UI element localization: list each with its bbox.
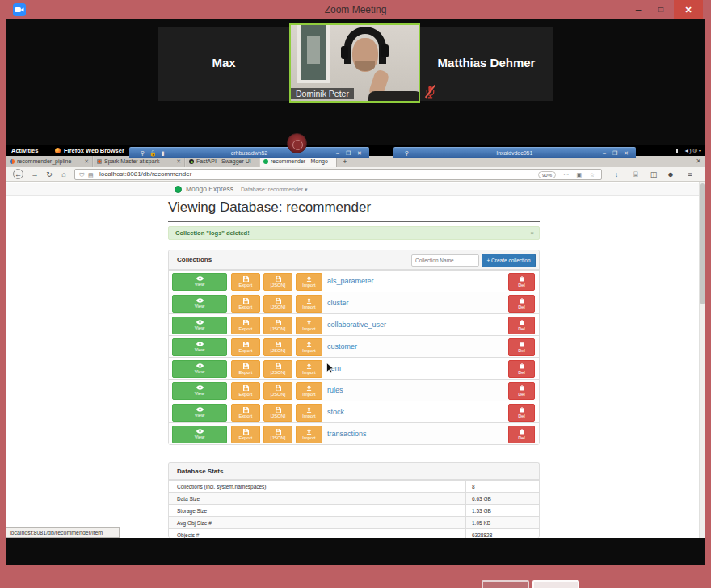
firefox-app-menu[interactable]: Firefox Web Browser xyxy=(64,145,124,156)
window-close-icon[interactable]: ✕ xyxy=(696,156,701,167)
delete-button[interactable]: Del xyxy=(508,360,535,378)
export-button[interactable]: Export xyxy=(231,317,260,334)
import-button[interactable]: Import xyxy=(296,382,322,400)
export-json-button[interactable]: [JSON] xyxy=(263,404,292,422)
export-button[interactable]: Export xyxy=(231,295,260,313)
view-button[interactable]: View xyxy=(172,295,227,313)
mongo-express-logo-icon xyxy=(175,186,182,193)
shield-icon[interactable]: 🛡 xyxy=(79,171,85,178)
url-text[interactable]: localhost:8081/db/recommender xyxy=(99,170,191,179)
export-button[interactable]: Export xyxy=(231,338,260,356)
system-tray[interactable]: ◄) ⏼ ▾ xyxy=(675,145,701,156)
background-window-lnxaidvdoc051[interactable]: ⚲ lnxaidvdoc051 – ❐ ✕ xyxy=(393,147,636,158)
floppy-icon xyxy=(243,320,249,326)
downloads-icon[interactable]: ↓ xyxy=(611,169,622,180)
back-button[interactable]: ← xyxy=(13,169,23,179)
export-button[interactable]: Export xyxy=(231,426,260,443)
home-button[interactable]: ⌂ xyxy=(58,169,69,180)
page-info-icon[interactable]: ▤ xyxy=(88,171,94,178)
delete-button[interactable]: Del xyxy=(508,426,535,443)
view-button[interactable]: View xyxy=(172,426,227,443)
export-json-button[interactable]: [JSON] xyxy=(263,295,292,313)
export-button[interactable]: Export xyxy=(231,382,260,400)
export-button[interactable]: Export xyxy=(231,273,260,291)
account-icon[interactable]: ☻ xyxy=(665,169,676,180)
delete-button[interactable]: Del xyxy=(508,273,535,291)
create-collection-button[interactable]: + Create collection xyxy=(482,254,536,267)
zoom-level-badge[interactable]: 90% xyxy=(538,171,556,178)
collection-link[interactable]: als_parameter xyxy=(327,271,374,292)
import-button[interactable]: Import xyxy=(296,404,322,422)
sidebar-icon[interactable]: ◫ xyxy=(648,169,659,180)
delete-button[interactable]: Del xyxy=(508,317,535,334)
import-button[interactable]: Import xyxy=(296,360,322,378)
export-button[interactable]: Export xyxy=(231,404,260,422)
view-button[interactable]: View xyxy=(172,338,227,356)
pocket-icon[interactable]: ▣ xyxy=(576,171,582,178)
participant-tile-matthias[interactable]: Matthias Dehmer xyxy=(420,27,553,101)
zoom-bottom-control-button[interactable] xyxy=(482,580,529,588)
library-icon[interactable]: ⌸ xyxy=(630,169,642,180)
view-button[interactable]: View xyxy=(172,382,227,400)
collections-panel: Collections + Create collection View Exp… xyxy=(168,250,540,445)
page-actions-icon[interactable]: ⋯ xyxy=(563,171,569,178)
page-content: Mongo Express Database: recommender ▾ Vi… xyxy=(6,182,705,538)
delete-button[interactable]: Del xyxy=(508,295,535,313)
collection-link[interactable]: customer xyxy=(327,336,357,358)
collection-name-input[interactable] xyxy=(411,254,479,267)
view-button[interactable]: View xyxy=(172,273,227,291)
export-button[interactable]: Export xyxy=(231,360,260,378)
database-dropdown[interactable]: Database: recommender ▾ xyxy=(241,183,308,196)
url-bar[interactable]: 🛡 ▤ localhost:8081/db/recommender 90% ⋯ … xyxy=(74,169,602,180)
delete-button[interactable]: Del xyxy=(508,382,535,400)
trash-icon xyxy=(520,276,524,282)
participant-tile-max[interactable]: Max xyxy=(158,27,290,101)
maximize-button[interactable]: □ xyxy=(650,0,672,19)
export-json-button[interactable]: [JSON] xyxy=(263,273,292,291)
brand-link[interactable]: Mongo Express xyxy=(186,183,233,196)
stat-value: 6.63 GB xyxy=(465,493,539,505)
collection-link[interactable]: rules xyxy=(327,380,343,401)
activities-button[interactable]: Activities xyxy=(11,145,38,156)
delete-button[interactable]: Del xyxy=(508,338,535,356)
window-controls[interactable]: – ❐ ✕ xyxy=(603,148,631,159)
view-button[interactable]: View xyxy=(172,360,227,378)
volume-icon: ◄) xyxy=(684,148,691,153)
import-button[interactable]: Import xyxy=(296,338,322,356)
reload-button[interactable]: ↻ xyxy=(44,169,55,180)
close-button[interactable]: ✕ xyxy=(674,0,703,19)
view-button[interactable]: View xyxy=(172,317,227,334)
export-json-button[interactable]: [JSON] xyxy=(263,317,292,334)
delete-button[interactable]: Del xyxy=(508,404,535,422)
collection-link[interactable]: cluster xyxy=(327,292,349,314)
import-button[interactable]: Import xyxy=(296,295,322,313)
participant-tile-dominik-video[interactable]: Dominik Peter xyxy=(289,23,420,103)
zoom-bottom-control-button[interactable] xyxy=(532,580,579,588)
export-json-button[interactable]: [JSON] xyxy=(263,382,292,400)
tab-recommender-pipline[interactable]: recommender_pipline✕ xyxy=(6,156,93,167)
chevron-down-icon: ▾ xyxy=(699,148,701,153)
collection-link[interactable]: transactions xyxy=(327,423,367,445)
minimize-button[interactable]: – xyxy=(627,0,650,19)
export-json-button[interactable]: [JSON] xyxy=(263,426,292,443)
background-window-crhbusadwh52[interactable]: ⚲ 🔒 ▮ crhbusadwh52 – ❐ ✕ xyxy=(129,147,369,158)
window-controls[interactable]: – ❐ ✕ xyxy=(336,148,364,159)
scrollbar[interactable] xyxy=(699,182,705,538)
collection-link[interactable]: stock xyxy=(327,401,344,423)
bookmark-star-icon[interactable]: ☆ xyxy=(590,171,595,178)
scrollbar-thumb[interactable] xyxy=(700,183,705,304)
forward-button[interactable]: → xyxy=(29,169,40,180)
spark-favicon xyxy=(97,159,102,164)
view-button[interactable]: View xyxy=(172,404,227,422)
stat-value: 1.53 GB xyxy=(465,505,539,517)
tab-close-icon[interactable]: ✕ xyxy=(84,156,89,167)
alert-close-icon[interactable]: × xyxy=(530,227,534,240)
export-json-button[interactable]: [JSON] xyxy=(263,338,292,356)
import-button[interactable]: Import xyxy=(296,317,322,334)
hamburger-menu-icon[interactable]: ≡ xyxy=(684,169,696,180)
export-json-button[interactable]: [JSON] xyxy=(263,360,292,378)
import-button[interactable]: Import xyxy=(296,426,322,443)
collection-link[interactable]: collaborative_user xyxy=(327,314,386,336)
import-button[interactable]: Import xyxy=(296,273,322,291)
zoom-titlebar: Zoom Meeting – □ ✕ xyxy=(0,0,711,19)
